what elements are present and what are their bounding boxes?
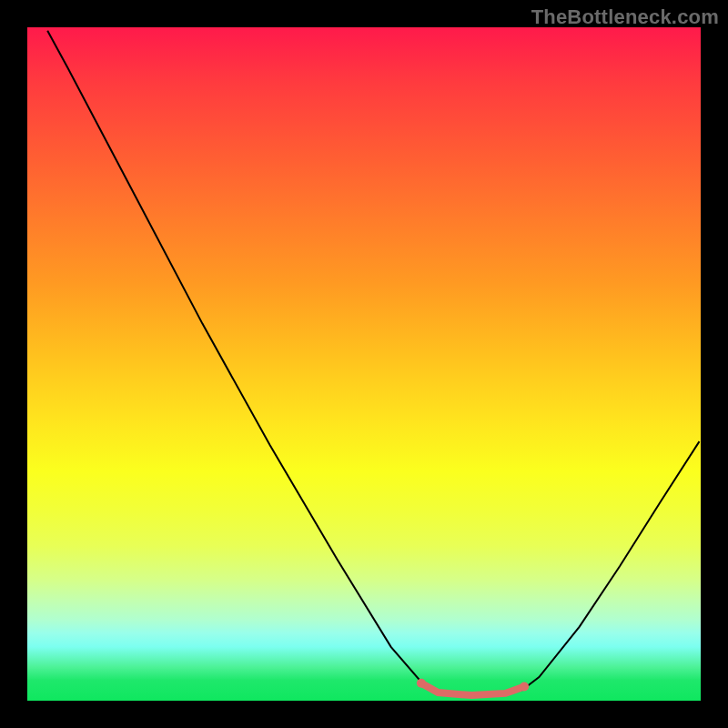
series-highlight-flat xyxy=(421,683,524,695)
curve-layer xyxy=(27,27,701,701)
highlight-endpoint-right xyxy=(520,682,529,691)
chart-frame: TheBottleneck.com xyxy=(0,0,728,728)
series-curve xyxy=(47,31,699,697)
watermark-text: TheBottleneck.com xyxy=(531,5,719,29)
highlight-endpoint-left xyxy=(417,679,426,688)
